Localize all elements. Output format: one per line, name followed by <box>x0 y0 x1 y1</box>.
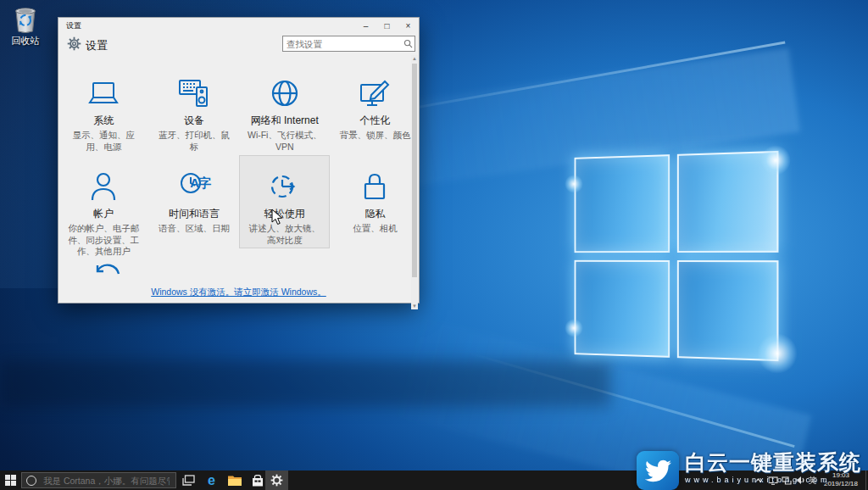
logo-pane <box>575 154 670 253</box>
scroll-up-icon[interactable]: ▲ <box>411 55 418 62</box>
windows-logo-icon <box>5 475 16 486</box>
tray-network-icon[interactable] <box>780 471 793 490</box>
scrollbar-thumb[interactable] <box>412 64 417 277</box>
tray-date: 2019/12/18 <box>819 480 863 488</box>
window-title: 设置 <box>66 20 81 31</box>
recycle-bin-desktop-icon[interactable]: 回收站 <box>3 5 47 47</box>
settings-search-input[interactable] <box>283 39 401 49</box>
recycle-bin-label: 回收站 <box>3 35 47 47</box>
page-title: 设置 <box>86 38 108 53</box>
edge-button[interactable]: e <box>200 471 223 490</box>
gear-icon <box>270 474 283 487</box>
privacy-lock-icon <box>363 172 387 201</box>
activation-notice: Windows 没有激活。请立即激活 Windows。 <box>58 287 419 298</box>
close-button[interactable]: × <box>398 18 419 33</box>
cortana-icon <box>26 476 36 486</box>
tile-ease-of-access[interactable]: 轻松使用 讲述人、放大镜、高对比度 <box>239 155 330 248</box>
tile-system[interactable]: 系统 显示、通知、应用、电源 <box>58 62 149 155</box>
logo-pane <box>676 260 778 362</box>
settings-search-box[interactable] <box>282 36 415 52</box>
time-language-icon: A字 <box>180 172 209 201</box>
settings-window: 设置 – □ × 设置 <box>58 17 420 303</box>
tray-clock[interactable]: 19:03 2019/12/18 <box>819 471 863 488</box>
tray-display-icon[interactable] <box>766 471 780 490</box>
logo-pane <box>575 259 670 358</box>
scroll-down-icon[interactable]: ▼ <box>411 303 418 309</box>
tile-time-language[interactable]: A字 时间和语言 语音、区域、日期 <box>149 155 240 248</box>
tray-time: 19:03 <box>819 471 863 480</box>
shadow-band <box>0 360 610 407</box>
settings-taskbar-button[interactable] <box>265 471 288 490</box>
tray-language-indicator[interactable]: 英 <box>806 471 819 490</box>
desktop: 回收站 设置 – □ × 设置 <box>0 0 868 490</box>
taskbar: e <box>0 471 868 490</box>
system-icon <box>88 81 119 106</box>
tile-privacy[interactable]: 隐私 位置、相机 <box>330 155 420 248</box>
file-explorer-icon <box>228 475 242 486</box>
file-explorer-button[interactable] <box>223 471 246 490</box>
windows-logo-wallpaper <box>575 151 779 361</box>
ease-of-access-icon <box>270 173 300 200</box>
network-globe-icon <box>270 79 299 108</box>
settings-gear-icon <box>67 36 81 51</box>
task-view-button[interactable] <box>177 471 200 490</box>
tile-accounts[interactable]: 帐户 你的帐户、电子邮件、同步设置、工作、其他用户 <box>58 155 149 248</box>
search-icon[interactable] <box>401 39 415 48</box>
store-icon <box>252 475 264 487</box>
start-button[interactable] <box>0 471 21 490</box>
tray-chevron-up-icon[interactable] <box>751 471 765 490</box>
logo-pane <box>676 151 778 253</box>
scrollbar[interactable]: ▲ ▼ <box>411 55 418 309</box>
edge-icon: e <box>208 474 215 487</box>
maximize-button[interactable]: □ <box>376 18 398 33</box>
tray-volume-icon[interactable] <box>793 471 807 490</box>
minimize-button[interactable]: – <box>355 18 376 33</box>
accounts-icon <box>90 171 117 202</box>
light-beam <box>468 352 794 448</box>
tile-personalization[interactable]: 个性化 背景、锁屏、颜色 <box>330 62 420 155</box>
activation-link[interactable]: Windows 没有激活。请立即激活 Windows。 <box>151 287 326 297</box>
personalization-icon <box>359 80 390 107</box>
tile-devices[interactable]: 设备 蓝牙、打印机、鼠标 <box>149 62 240 155</box>
cortana-search-box[interactable] <box>21 472 176 488</box>
light-beam <box>368 42 786 118</box>
devices-icon <box>178 79 210 108</box>
settings-tiles-grid: 系统 显示、通知、应用、电源 设备 蓝牙、打印机、鼠标 网络和 Internet… <box>58 62 420 248</box>
recycle-bin-icon <box>12 5 39 34</box>
cortana-search-input[interactable] <box>42 475 171 487</box>
titlebar[interactable]: 设置 – □ × <box>58 18 419 33</box>
tile-network[interactable]: 网络和 Internet Wi-Fi、飞行模式、VPN <box>239 62 330 155</box>
task-view-icon <box>182 475 195 486</box>
